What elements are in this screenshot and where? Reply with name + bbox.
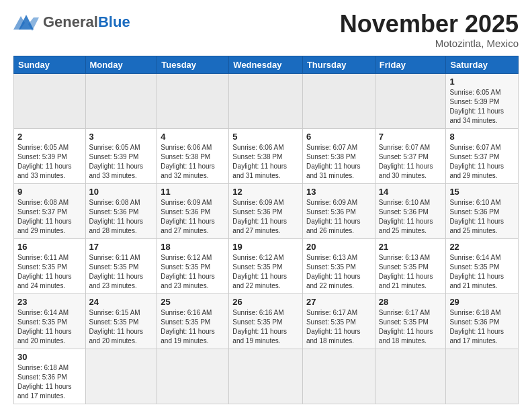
calendar-cell: 24Sunrise: 6:15 AM Sunset: 5:35 PM Dayli…	[85, 293, 157, 349]
day-number: 27	[306, 297, 371, 307]
calendar-cell	[85, 73, 157, 128]
calendar-cell: 11Sunrise: 6:09 AM Sunset: 5:36 PM Dayli…	[157, 183, 229, 238]
calendar-cell: 3Sunrise: 6:05 AM Sunset: 5:39 PM Daylig…	[85, 128, 157, 183]
day-info: Sunrise: 6:09 AM Sunset: 5:36 PM Dayligh…	[232, 198, 299, 236]
calendar-cell	[157, 73, 229, 128]
location-subtitle: Motozintla, Mexico	[340, 38, 519, 49]
day-info: Sunrise: 6:11 AM Sunset: 5:35 PM Dayligh…	[17, 253, 82, 291]
calendar-cell: 26Sunrise: 6:16 AM Sunset: 5:35 PM Dayli…	[229, 293, 303, 349]
logo-icon	[13, 11, 39, 34]
calendar-week-row: 9Sunrise: 6:08 AM Sunset: 5:37 PM Daylig…	[14, 183, 519, 238]
logo-text: GeneralBlue	[43, 15, 130, 30]
calendar-cell	[157, 349, 229, 404]
day-info: Sunrise: 6:13 AM Sunset: 5:35 PM Dayligh…	[306, 253, 371, 291]
day-number: 17	[89, 242, 154, 252]
calendar-cell	[302, 349, 375, 404]
title-block: November 2025 Motozintla, Mexico	[340, 11, 519, 49]
day-number: 1	[449, 77, 515, 87]
calendar-cell: 23Sunrise: 6:14 AM Sunset: 5:35 PM Dayli…	[14, 293, 86, 349]
calendar-cell: 6Sunrise: 6:07 AM Sunset: 5:38 PM Daylig…	[302, 128, 375, 183]
day-info: Sunrise: 6:10 AM Sunset: 5:36 PM Dayligh…	[379, 198, 443, 236]
calendar-cell: 14Sunrise: 6:10 AM Sunset: 5:36 PM Dayli…	[375, 183, 446, 238]
calendar-cell	[85, 349, 157, 404]
day-info: Sunrise: 6:15 AM Sunset: 5:35 PM Dayligh…	[89, 308, 154, 346]
day-number: 2	[17, 132, 82, 142]
day-info: Sunrise: 6:09 AM Sunset: 5:36 PM Dayligh…	[306, 198, 371, 236]
calendar-week-row: 1Sunrise: 6:05 AM Sunset: 5:39 PM Daylig…	[14, 73, 519, 128]
day-number: 20	[306, 242, 371, 252]
calendar-cell: 20Sunrise: 6:13 AM Sunset: 5:35 PM Dayli…	[302, 238, 375, 293]
calendar-cell: 5Sunrise: 6:06 AM Sunset: 5:38 PM Daylig…	[229, 128, 303, 183]
calendar-cell: 10Sunrise: 6:08 AM Sunset: 5:36 PM Dayli…	[85, 183, 157, 238]
day-number: 18	[161, 242, 225, 252]
calendar-cell	[14, 73, 86, 128]
month-title: November 2025	[340, 11, 519, 38]
calendar-week-row: 2Sunrise: 6:05 AM Sunset: 5:39 PM Daylig…	[14, 128, 519, 183]
day-number: 12	[232, 187, 299, 197]
day-info: Sunrise: 6:08 AM Sunset: 5:37 PM Dayligh…	[17, 198, 82, 236]
day-info: Sunrise: 6:14 AM Sunset: 5:35 PM Dayligh…	[449, 253, 515, 291]
day-number: 11	[161, 187, 225, 197]
page: GeneralBlue November 2025 Motozintla, Me…	[0, 0, 532, 411]
calendar-cell: 30Sunrise: 6:18 AM Sunset: 5:36 PM Dayli…	[14, 349, 86, 404]
calendar-week-row: 30Sunrise: 6:18 AM Sunset: 5:36 PM Dayli…	[14, 349, 519, 404]
weekday-header-saturday: Saturday	[446, 56, 519, 73]
day-info: Sunrise: 6:12 AM Sunset: 5:35 PM Dayligh…	[232, 253, 299, 291]
day-number: 19	[232, 242, 299, 252]
day-info: Sunrise: 6:11 AM Sunset: 5:35 PM Dayligh…	[89, 253, 154, 291]
day-info: Sunrise: 6:09 AM Sunset: 5:36 PM Dayligh…	[161, 198, 225, 236]
calendar-cell: 2Sunrise: 6:05 AM Sunset: 5:39 PM Daylig…	[14, 128, 86, 183]
day-number: 14	[379, 187, 443, 197]
calendar-cell: 4Sunrise: 6:06 AM Sunset: 5:38 PM Daylig…	[157, 128, 229, 183]
day-number: 6	[306, 132, 371, 142]
day-info: Sunrise: 6:07 AM Sunset: 5:38 PM Dayligh…	[306, 143, 371, 181]
calendar-cell	[446, 349, 519, 404]
calendar-cell: 1Sunrise: 6:05 AM Sunset: 5:39 PM Daylig…	[446, 73, 519, 128]
calendar-cell: 8Sunrise: 6:07 AM Sunset: 5:37 PM Daylig…	[446, 128, 519, 183]
weekday-header-thursday: Thursday	[302, 56, 375, 73]
day-info: Sunrise: 6:05 AM Sunset: 5:39 PM Dayligh…	[449, 88, 515, 126]
day-number: 13	[306, 187, 371, 197]
day-number: 8	[449, 132, 515, 142]
day-number: 15	[449, 187, 515, 197]
calendar-cell: 21Sunrise: 6:13 AM Sunset: 5:35 PM Dayli…	[375, 238, 446, 293]
day-info: Sunrise: 6:06 AM Sunset: 5:38 PM Dayligh…	[161, 143, 225, 181]
calendar-cell	[375, 349, 446, 404]
day-number: 25	[161, 297, 225, 307]
day-info: Sunrise: 6:07 AM Sunset: 5:37 PM Dayligh…	[379, 143, 443, 181]
day-info: Sunrise: 6:12 AM Sunset: 5:35 PM Dayligh…	[161, 253, 225, 291]
calendar-week-row: 16Sunrise: 6:11 AM Sunset: 5:35 PM Dayli…	[14, 238, 519, 293]
calendar-cell: 12Sunrise: 6:09 AM Sunset: 5:36 PM Dayli…	[229, 183, 303, 238]
weekday-header-tuesday: Tuesday	[157, 56, 229, 73]
weekday-header-row: SundayMondayTuesdayWednesdayThursdayFrid…	[14, 56, 519, 73]
weekday-header-monday: Monday	[85, 56, 157, 73]
day-info: Sunrise: 6:08 AM Sunset: 5:36 PM Dayligh…	[89, 198, 154, 236]
weekday-header-friday: Friday	[375, 56, 446, 73]
day-number: 26	[232, 297, 299, 307]
day-info: Sunrise: 6:06 AM Sunset: 5:38 PM Dayligh…	[232, 143, 299, 181]
calendar-cell: 17Sunrise: 6:11 AM Sunset: 5:35 PM Dayli…	[85, 238, 157, 293]
day-info: Sunrise: 6:07 AM Sunset: 5:37 PM Dayligh…	[449, 143, 515, 181]
day-number: 28	[379, 297, 443, 307]
calendar-cell	[302, 73, 375, 128]
day-info: Sunrise: 6:18 AM Sunset: 5:36 PM Dayligh…	[449, 308, 515, 346]
calendar-cell	[229, 349, 303, 404]
day-info: Sunrise: 6:17 AM Sunset: 5:35 PM Dayligh…	[306, 308, 371, 346]
day-number: 16	[17, 242, 82, 252]
day-number: 10	[89, 187, 154, 197]
calendar-cell: 9Sunrise: 6:08 AM Sunset: 5:37 PM Daylig…	[14, 183, 86, 238]
day-number: 9	[17, 187, 82, 197]
calendar-cell: 25Sunrise: 6:16 AM Sunset: 5:35 PM Dayli…	[157, 293, 229, 349]
day-info: Sunrise: 6:16 AM Sunset: 5:35 PM Dayligh…	[161, 308, 225, 346]
day-info: Sunrise: 6:05 AM Sunset: 5:39 PM Dayligh…	[17, 143, 82, 181]
calendar-cell: 15Sunrise: 6:10 AM Sunset: 5:36 PM Dayli…	[446, 183, 519, 238]
day-number: 5	[232, 132, 299, 142]
calendar-cell: 22Sunrise: 6:14 AM Sunset: 5:35 PM Dayli…	[446, 238, 519, 293]
calendar-cell: 27Sunrise: 6:17 AM Sunset: 5:35 PM Dayli…	[302, 293, 375, 349]
calendar-cell	[375, 73, 446, 128]
logo-general: General	[43, 13, 98, 30]
calendar-cell: 7Sunrise: 6:07 AM Sunset: 5:37 PM Daylig…	[375, 128, 446, 183]
day-info: Sunrise: 6:18 AM Sunset: 5:36 PM Dayligh…	[17, 363, 82, 401]
calendar-cell	[229, 73, 303, 128]
day-number: 29	[449, 297, 515, 307]
